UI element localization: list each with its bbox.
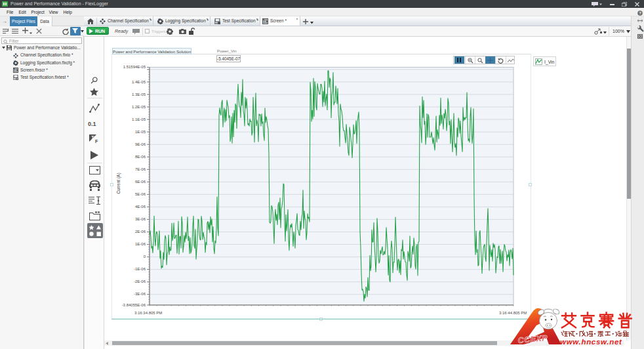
svg-text:CCEXP: CCEXP: [517, 333, 548, 345]
svg-text:www.hncsw.net: www.hncsw.net: [560, 338, 622, 346]
